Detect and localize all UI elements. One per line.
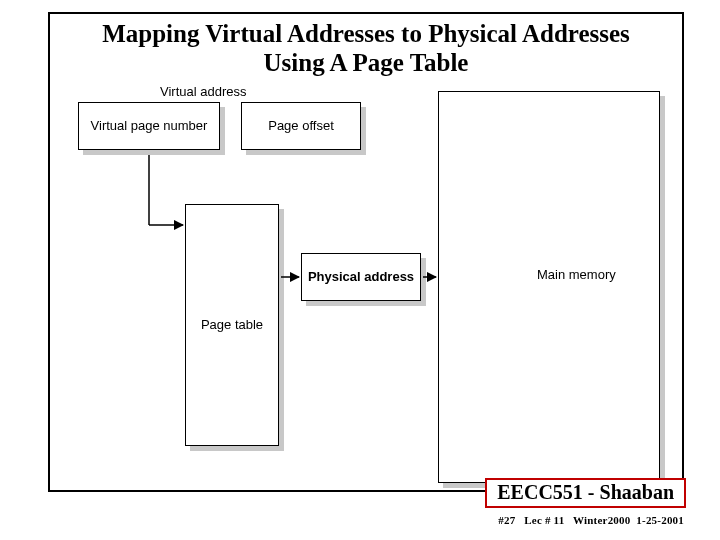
slide-title: Mapping Virtual Addresses to Physical Ad… [50,14,682,78]
date: 1-25-2001 [636,514,684,526]
page-offset-box: Page offset [241,102,361,150]
virtual-page-number-text: Virtual page number [78,102,220,150]
lecture-number: Lec # 11 [524,514,564,526]
main-memory-box: Main memory [438,91,660,483]
virtual-address-label: Virtual address [160,84,246,99]
page-offset-text: Page offset [241,102,361,150]
course-badge: EECC551 - Shaaban [485,478,686,508]
physical-address-box: Physical address [301,253,421,301]
page-table-text: Page table [201,317,263,333]
main-memory-text: Main memory [537,267,616,282]
page-table-box: Page table [185,204,279,446]
slide-number: #27 [498,514,515,526]
term: Winter2000 [573,514,630,526]
footer-meta: #27 Lec # 11 Winter2000 1-25-2001 [498,514,684,526]
slide-frame: Mapping Virtual Addresses to Physical Ad… [48,12,684,492]
virtual-page-number-box: Virtual page number [78,102,220,150]
physical-address-text: Physical address [308,269,414,285]
diagram-area: Virtual address Virtual page number Page… [50,84,682,484]
